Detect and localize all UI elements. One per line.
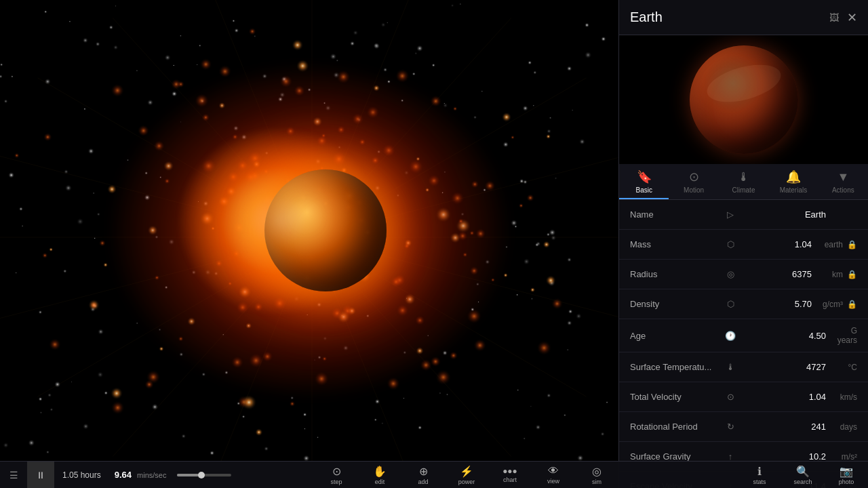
- search-label: search: [793, 479, 812, 485]
- speed-unit: mins/sec: [137, 471, 172, 479]
- planet-thumbnail: [690, 45, 798, 154]
- search-button[interactable]: 🔍 search: [781, 462, 825, 489]
- step-button[interactable]: ⊙ step: [315, 462, 358, 489]
- prop-unit-4: G years: [830, 326, 857, 345]
- sim-button[interactable]: ◎ sim: [575, 462, 618, 489]
- prop-row-age: Age🕐4.50G years: [619, 319, 868, 352]
- prop-icon-3: ⬡: [725, 299, 736, 309]
- prop-value-0: Earth: [741, 209, 826, 220]
- stats-button[interactable]: ℹ stats: [738, 462, 781, 489]
- prop-icon-7: ↻: [725, 422, 736, 432]
- prop-name-5: Surface Temperatu...: [630, 362, 725, 372]
- prop-name-4: Age: [630, 331, 725, 341]
- materials-tab-label: Materials: [780, 186, 808, 194]
- edit-label: edit: [375, 479, 385, 485]
- view-button[interactable]: 👁 view: [532, 462, 575, 489]
- prop-unit-7: days: [830, 422, 857, 432]
- edit-icon: ✋: [373, 465, 387, 478]
- panel-title: Earth: [630, 9, 829, 25]
- prop-lock-3[interactable]: 🔒: [847, 300, 857, 309]
- toolbar-left: ☰ ⏸ 1.05 hours 9.64 mins/sec ⊙ step ✋ ed…: [0, 462, 618, 489]
- tab-basic[interactable]: 🔖 Basic: [619, 164, 669, 199]
- edit-button[interactable]: ✋ edit: [358, 462, 401, 489]
- view-label: view: [547, 478, 559, 485]
- toolbar-right: ℹ stats 🔍 search 📷 photo: [618, 462, 868, 489]
- properties-list: Name▷EarthMass⬡1.04earth🔒Radius◎6375km🔒D…: [619, 200, 868, 488]
- prop-row-mass: Mass⬡1.04earth🔒: [619, 230, 868, 260]
- basic-tab-icon: 🔖: [637, 169, 652, 184]
- prop-value-2[interactable]: 6375: [741, 269, 812, 279]
- prop-unit-5: °C: [830, 363, 857, 372]
- menu-button[interactable]: ☰: [0, 462, 27, 489]
- prop-name-0: Name: [630, 209, 725, 220]
- add-button[interactable]: ⊕ add: [401, 462, 445, 489]
- prop-name-3: Density: [630, 299, 725, 309]
- search-icon: 🔍: [796, 465, 810, 478]
- prop-icon-1: ⬡: [725, 239, 736, 249]
- prop-value-5[interactable]: 4727: [741, 362, 826, 372]
- photo-label: photo: [839, 479, 854, 485]
- prop-icon-8: ↑: [725, 451, 736, 462]
- close-icon[interactable]: ✕: [847, 10, 857, 25]
- planet-3d[interactable]: [264, 169, 387, 291]
- prop-value-8[interactable]: 10.2: [741, 451, 826, 462]
- tab-motion[interactable]: ⊙ Motion: [669, 164, 718, 199]
- stats-label: stats: [753, 479, 766, 485]
- step-label: step: [330, 479, 342, 485]
- prop-row-surface-temperatu...: Surface Temperatu...🌡4727°C: [619, 352, 868, 382]
- prop-icon-6: ⊙: [725, 392, 736, 402]
- chart-icon: ●●●: [502, 466, 517, 476]
- sim-label: sim: [592, 479, 601, 485]
- actions-tab-label: Actions: [832, 186, 854, 194]
- panel-header: Earth 🖼 ✕: [619, 0, 868, 35]
- prop-lock-1[interactable]: 🔒: [847, 240, 857, 249]
- prop-name-7: Rotational Period: [630, 422, 725, 432]
- chart-label: chart: [503, 476, 517, 483]
- bottom-toolbar: ☰ ⏸ 1.05 hours 9.64 mins/sec ⊙ step ✋ ed…: [0, 461, 868, 488]
- prop-value-1[interactable]: 1.04: [741, 239, 812, 249]
- power-button[interactable]: ⚡ power: [445, 462, 488, 489]
- tab-climate[interactable]: 🌡 Climate: [719, 164, 768, 199]
- prop-value-3[interactable]: 5.70: [741, 299, 812, 309]
- speed-display: 9.64: [109, 470, 137, 480]
- add-label: add: [418, 479, 428, 485]
- materials-tab-icon: 🔔: [786, 169, 801, 184]
- stats-icon: ℹ: [757, 465, 762, 478]
- tab-actions[interactable]: ▼ Actions: [818, 164, 868, 199]
- prop-unit-6: km/s: [830, 392, 857, 402]
- main-viewport[interactable]: [0, 0, 618, 461]
- prop-value-7[interactable]: 241: [741, 422, 826, 432]
- chart-button[interactable]: ●●● chart: [488, 462, 532, 489]
- property-tabs: 🔖 Basic ⊙ Motion 🌡 Climate 🔔 Materials ▼…: [619, 164, 868, 200]
- prop-unit-8: m/s²: [830, 452, 857, 462]
- prop-unit-2: km: [816, 270, 843, 279]
- actions-tab-icon: ▼: [837, 170, 849, 184]
- screenshot-icon[interactable]: 🖼: [829, 12, 839, 23]
- pause-button[interactable]: ⏸: [27, 462, 54, 489]
- prop-row-rotational-period: Rotational Period↻241days: [619, 412, 868, 442]
- speed-slider[interactable]: [177, 474, 231, 476]
- prop-row-total-velocity: Total Velocity⊙1.04km/s: [619, 382, 868, 412]
- sim-icon: ◎: [592, 465, 601, 478]
- motion-tab-label: Motion: [684, 186, 704, 194]
- prop-unit-3: g/cm³: [816, 300, 843, 309]
- prop-value-6[interactable]: 1.04: [741, 392, 826, 402]
- planet-thumbnail-container: [619, 35, 868, 164]
- info-panel: Earth 🖼 ✕ 🔖 Basic ⊙ Motion 🌡 Climate 🔔 M…: [618, 0, 868, 488]
- power-label: power: [458, 479, 475, 485]
- prop-icon-4: 🕐: [725, 331, 736, 341]
- time-display: 1.05 hours: [54, 470, 109, 480]
- prop-icon-2: ◎: [725, 269, 736, 279]
- prop-lock-2[interactable]: 🔒: [847, 270, 857, 279]
- prop-value-4[interactable]: 4.50: [741, 331, 826, 341]
- prop-icon-5: 🌡: [725, 362, 736, 372]
- motion-tab-icon: ⊙: [689, 169, 699, 184]
- prop-unit-1: earth: [816, 240, 843, 249]
- climate-tab-icon: 🌡: [738, 170, 750, 184]
- basic-tab-label: Basic: [635, 186, 652, 194]
- photo-button[interactable]: 📷 photo: [825, 462, 868, 489]
- prop-icon-0: ▷: [725, 209, 736, 220]
- prop-row-name: Name▷Earth: [619, 200, 868, 230]
- tab-materials[interactable]: 🔔 Materials: [768, 164, 818, 199]
- climate-tab-label: Climate: [732, 186, 755, 194]
